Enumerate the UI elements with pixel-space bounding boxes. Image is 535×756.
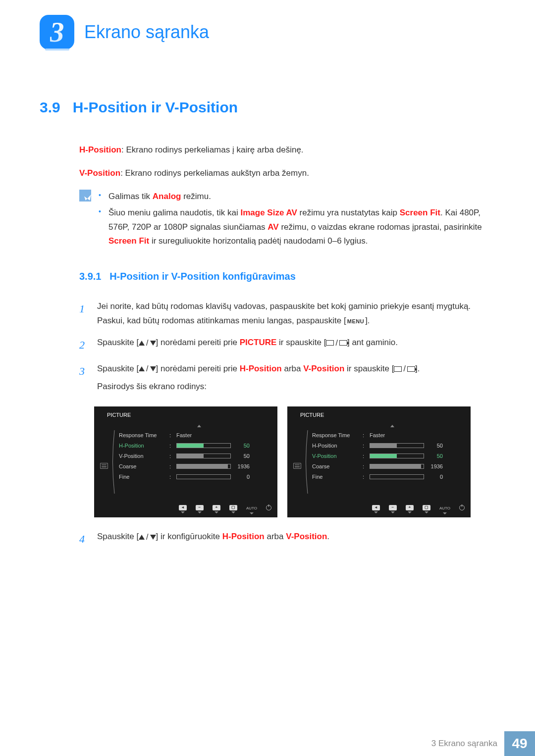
hposition-description: H-Position: Ekrano rodinys perkeliamas į… <box>79 143 495 157</box>
step-3: 3 Spauskite [/] norėdami pereiti prie H-… <box>79 362 495 395</box>
up-down-icon: / <box>139 336 156 350</box>
up-down-icon: / <box>139 362 156 375</box>
source-enter-icon: / <box>394 362 415 375</box>
section-number: 3.9 <box>40 99 60 115</box>
chapter-badge: 3 <box>40 15 74 50</box>
source-enter-icon: / <box>326 336 347 350</box>
vposition-description: V-Position: Ekrano rodinys perkeliamas a… <box>79 166 495 181</box>
osd-panel-right: PICTURE Response Time:FasterH-Position:5… <box>287 406 471 517</box>
note-item-1: Galimas tik Analog režimu. <box>99 190 495 204</box>
step-1: 1 Jei norite, kad būtų rodomas klavišų v… <box>79 300 495 328</box>
section-heading: 3.9 H-Position ir V-Position <box>40 99 495 116</box>
menu-icon: MENU <box>346 318 365 324</box>
chapter-title: Ekrano sąranka <box>84 22 209 43</box>
note-block: Galimas tik Analog režimu. Šiuo meniu ga… <box>79 190 495 251</box>
up-down-icon: / <box>139 530 156 544</box>
section-title: H-Position ir V-Position <box>73 99 238 115</box>
osd-panel-left: PICTURE Response Time:FasterH-Position:5… <box>94 406 277 517</box>
step-number: 1 <box>79 300 88 328</box>
step-number: 2 <box>79 336 88 354</box>
chapter-number: 3 <box>50 19 64 45</box>
chapter-header: 3 Ekrano sąranka <box>40 15 495 50</box>
step-4: 4 Spauskite [/] ir konfigūruokite H-Posi… <box>79 530 495 548</box>
step-2: 2 Spauskite [/] norėdami pereiti prie PI… <box>79 336 495 354</box>
page-footer: 3 Ekrano sąranka 49 <box>431 731 535 756</box>
note-item-2: Šiuo meniu galima naudotis, tik kai Imag… <box>99 206 495 249</box>
subsection-number: 3.9.1 <box>79 271 101 282</box>
subsection-heading: 3.9.1 H-Position ir V-Position konfigūra… <box>79 268 495 285</box>
vpos-label: V-Position <box>79 168 120 178</box>
footer-chapter: 3 Ekrano sąranka <box>431 739 504 749</box>
note-icon <box>79 190 91 202</box>
osd-screenshots: PICTURE Response Time:FasterH-Position:5… <box>94 406 495 517</box>
step-number: 4 <box>79 530 88 548</box>
hpos-label: H-Position <box>79 145 121 154</box>
step-number: 3 <box>79 362 88 395</box>
footer-page-number: 49 <box>504 731 535 756</box>
subsection-title: H-Position ir V-Position konfigūravimas <box>109 271 296 282</box>
